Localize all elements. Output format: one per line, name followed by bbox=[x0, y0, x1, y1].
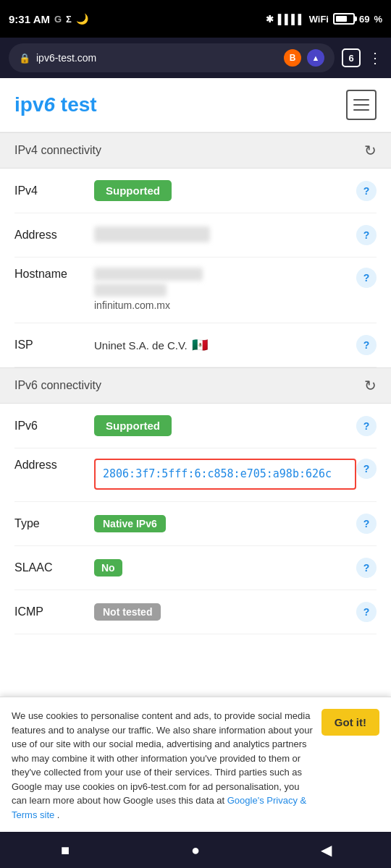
bluetooth-icon: ✱ bbox=[266, 14, 274, 25]
ipv4-isp-value: Uninet S.A. de C.V. 🇲🇽 bbox=[94, 337, 356, 353]
time-display: 9:31 AM bbox=[9, 13, 50, 25]
nav-stop-button[interactable]: ■ bbox=[51, 835, 80, 864]
ipv6-address-help-button[interactable]: ? bbox=[356, 459, 377, 479]
ipv4-hostname-row: Hostname infinitum.com.mx ? bbox=[14, 258, 377, 323]
url-bar[interactable]: 🔒 ipv6-test.com B ▲ bbox=[9, 43, 335, 72]
hamburger-line-2 bbox=[353, 104, 369, 106]
lock-icon: 🔒 bbox=[19, 53, 30, 64]
carrier-sigma: Σ bbox=[66, 14, 72, 25]
ipv6-type-value: Native IPv6 bbox=[94, 515, 356, 532]
status-bar: 9:31 AM G Σ 🌙 ✱ ▌▌▌▌ WiFi 69% bbox=[0, 0, 391, 38]
mexico-flag-icon: 🇲🇽 bbox=[192, 337, 208, 353]
nav-back-button[interactable]: ◀ bbox=[311, 835, 340, 864]
browser-menu-button[interactable]: ⋮ bbox=[368, 49, 382, 67]
battery-icon bbox=[333, 13, 355, 25]
ipv6-slaac-value: No bbox=[94, 559, 356, 576]
ipv4-address-value bbox=[94, 226, 356, 244]
ipv4-isp-row: ISP Uninet S.A. de C.V. 🇲🇽 ? bbox=[14, 323, 377, 367]
ipv4-address-blurred bbox=[94, 226, 210, 242]
ipv4-section-header: IPv4 connectivity ↻ bbox=[0, 132, 391, 169]
ipv6-refresh-button[interactable]: ↻ bbox=[364, 377, 377, 394]
site-logo: ipv6 test bbox=[14, 93, 97, 116]
ipv6-supported-badge: Supported bbox=[94, 415, 172, 436]
ipv6-type-help-button[interactable]: ? bbox=[356, 514, 377, 534]
tab-count[interactable]: 6 bbox=[342, 48, 361, 67]
cookie-period: . bbox=[57, 809, 60, 820]
battery-percent: 69 bbox=[359, 14, 369, 25]
cookie-text: We use cookies to personalise content an… bbox=[12, 709, 313, 822]
isp-text: Uninet S.A. de C.V. bbox=[94, 339, 188, 352]
ipv4-supported-badge: Supported bbox=[94, 180, 172, 201]
status-right: ✱ ▌▌▌▌ WiFi 69% bbox=[266, 13, 382, 25]
browser-nav-bar: ■ ● ◀ bbox=[0, 832, 391, 868]
ipv4-hostname-domain: infinitum.com.mx bbox=[94, 299, 356, 311]
logo-text: ipv6 test bbox=[14, 93, 97, 116]
ipv4-address-help-button[interactable]: ? bbox=[356, 225, 377, 245]
cookie-main-text: We use cookies to personalise content an… bbox=[12, 710, 313, 806]
ipv6-content: IPv6 Supported ? Address 2806:3f7:5fff:6… bbox=[0, 404, 391, 634]
ipv6-type-badge: Native IPv6 bbox=[94, 515, 166, 532]
ipv6-icmp-value: Not tested bbox=[94, 603, 356, 621]
ipv4-hostname-help-button[interactable]: ? bbox=[356, 268, 377, 288]
site-header: ipv6 test bbox=[0, 78, 391, 132]
ipv6-section-title: IPv6 connectivity bbox=[14, 379, 101, 392]
got-it-button[interactable]: Got it! bbox=[321, 709, 379, 736]
ipv4-row: IPv4 Supported ? bbox=[14, 169, 377, 213]
ipv6-address-value: 2806:3f7:5fff:6:c858:e705:a98b:626c bbox=[94, 459, 356, 490]
hamburger-menu[interactable] bbox=[346, 90, 377, 120]
ipv6-icmp-help-button[interactable]: ? bbox=[356, 602, 377, 622]
ipv4-hostname-label: Hostname bbox=[14, 268, 94, 281]
ipv4-help-button[interactable]: ? bbox=[356, 181, 377, 201]
ipv6-icmp-badge: Not tested bbox=[94, 603, 161, 621]
browser-bar: 🔒 ipv6-test.com B ▲ 6 ⋮ bbox=[0, 38, 391, 78]
ipv6-slaac-label: SLAAC bbox=[14, 561, 94, 574]
ipv6-value: Supported bbox=[94, 415, 356, 436]
nav-home-button[interactable]: ● bbox=[181, 835, 210, 864]
ipv4-refresh-button[interactable]: ↻ bbox=[364, 142, 377, 159]
ipv4-address-row: Address ? bbox=[14, 213, 377, 258]
ipv6-section-header: IPv6 connectivity ↻ bbox=[0, 367, 391, 404]
ipv6-slaac-badge: No bbox=[94, 559, 122, 576]
ipv6-address-box: 2806:3f7:5fff:6:c858:e705:a98b:626c bbox=[94, 459, 356, 490]
ipv4-value: Supported bbox=[94, 180, 356, 201]
ipv4-hostname-blurred-line1 bbox=[94, 268, 203, 281]
ipv6-address-text: 2806:3f7:5fff:6:c858:e705:a98b:626c bbox=[103, 467, 332, 480]
hamburger-line-1 bbox=[353, 99, 369, 101]
moon-icon: 🌙 bbox=[76, 13, 88, 25]
ipv6-address-row: Address 2806:3f7:5fff:6:c858:e705:a98b:6… bbox=[14, 448, 377, 502]
ipv4-content: IPv4 Supported ? Address ? Hostname infi… bbox=[0, 169, 391, 367]
wifi-icon: WiFi bbox=[309, 14, 329, 25]
ipv6-icmp-label: ICMP bbox=[14, 605, 94, 618]
ipv6-slaac-row: SLAAC No ? bbox=[14, 546, 377, 590]
ipv6-type-label: Type bbox=[14, 517, 94, 530]
cookie-banner: We use cookies to personalise content an… bbox=[0, 697, 391, 832]
ipv4-hostname-blurred-line2 bbox=[94, 284, 167, 297]
ipv4-address-label: Address bbox=[14, 229, 94, 242]
url-text: ipv6-test.com bbox=[36, 52, 278, 64]
ipv4-isp-label: ISP bbox=[14, 339, 94, 352]
ipv6-help-button[interactable]: ? bbox=[356, 416, 377, 436]
ipv4-label: IPv4 bbox=[14, 184, 94, 197]
ipv4-section-title: IPv4 connectivity bbox=[14, 144, 101, 157]
ipv4-hostname-blurred-group bbox=[94, 268, 356, 297]
brave-icon: B bbox=[284, 49, 301, 67]
ipv6-type-row: Type Native IPv6 ? bbox=[14, 502, 377, 546]
ipv6-slaac-help-button[interactable]: ? bbox=[356, 558, 377, 578]
ipv6-address-label: Address bbox=[14, 459, 94, 472]
ipv4-hostname-value: infinitum.com.mx bbox=[94, 268, 356, 311]
ipv6-label: IPv6 bbox=[14, 420, 94, 433]
uphold-icon: ▲ bbox=[307, 49, 324, 67]
battery-fill bbox=[336, 16, 347, 22]
ipv6-row: IPv6 Supported ? bbox=[14, 404, 377, 448]
status-left: 9:31 AM G Σ 🌙 bbox=[9, 13, 88, 25]
ipv4-isp-help-button[interactable]: ? bbox=[356, 335, 377, 355]
carrier-g: G bbox=[54, 14, 62, 25]
hamburger-line-3 bbox=[353, 109, 369, 111]
ipv6-icmp-row: ICMP Not tested ? bbox=[14, 590, 377, 634]
signal-icon: ▌▌▌▌ bbox=[278, 14, 305, 25]
